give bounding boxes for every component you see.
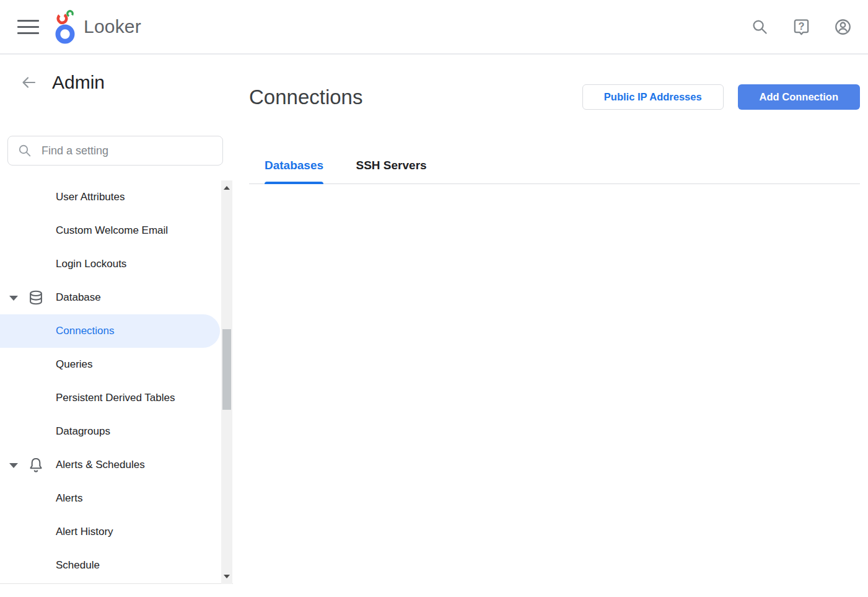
admin-header: Admin — [20, 72, 233, 93]
chevron-down-icon[interactable] — [9, 463, 18, 468]
back-arrow-icon[interactable] — [20, 74, 37, 91]
page-title: Connections — [249, 86, 362, 109]
bell-icon — [27, 456, 45, 474]
scrollbar-thumb[interactable] — [222, 329, 231, 410]
looker-logo[interactable]: Looker — [53, 9, 141, 45]
scroll-down-icon[interactable] — [224, 575, 230, 578]
add-connection-button[interactable]: Add Connection — [738, 84, 860, 110]
help-icon[interactable]: ? — [792, 18, 810, 36]
sidebar-item-queries[interactable]: Queries — [0, 348, 233, 381]
sidebar-item-custom-welcome-email[interactable]: Custom Welcome Email — [0, 214, 233, 247]
product-name: Looker — [84, 16, 141, 37]
sidebar-item-login-lockouts[interactable]: Login Lockouts — [0, 247, 233, 281]
sidebar-section-database[interactable]: Database — [0, 281, 233, 314]
connections-page: Connections Public IP Addresses Add Conn… — [249, 55, 860, 597]
sidebar-item-datagroups[interactable]: Datagroups — [0, 415, 233, 448]
sidebar-item-connections[interactable]: Connections — [0, 314, 220, 348]
tab-databases[interactable]: Databases — [265, 159, 323, 184]
top-bar: Looker ? — [0, 0, 868, 55]
tab-ssh-servers[interactable]: SSH Servers — [356, 159, 427, 184]
find-setting-searchbox[interactable] — [7, 136, 223, 166]
sidebar-item-alerts[interactable]: Alerts — [0, 482, 233, 515]
svg-text:?: ? — [799, 20, 805, 31]
menu-icon[interactable] — [17, 20, 39, 34]
topbar-actions: ? — [751, 18, 852, 36]
scroll-up-icon[interactable] — [224, 186, 230, 190]
sidebar-item-schedule[interactable]: Schedule — [0, 549, 233, 582]
sidebar-item-alert-history[interactable]: Alert History — [0, 515, 233, 549]
sidebar-section-alerts-schedules[interactable]: Alerts & Schedules — [0, 448, 233, 482]
settings-nav: User Attributes Custom Welcome Email Log… — [0, 180, 233, 582]
chevron-down-icon[interactable] — [9, 296, 18, 301]
looker-logo-icon — [53, 9, 79, 45]
admin-sidebar: Admin User Attributes Custom Welcome Ema… — [0, 55, 233, 584]
search-icon — [17, 143, 32, 158]
sidebar-item-user-attributes[interactable]: User Attributes — [0, 180, 233, 214]
page-header: Connections Public IP Addresses Add Conn… — [249, 84, 860, 110]
database-icon — [27, 289, 45, 306]
search-input[interactable] — [42, 144, 213, 157]
sidebar-item-persistent-derived-tables[interactable]: Persistent Derived Tables — [0, 381, 233, 415]
public-ip-addresses-button[interactable]: Public IP Addresses — [582, 84, 724, 110]
account-icon[interactable] — [834, 18, 852, 36]
search-icon[interactable] — [751, 18, 769, 36]
sidebar-scrollbar[interactable] — [221, 180, 232, 584]
connections-tabs: Databases SSH Servers — [249, 159, 860, 184]
sidebar-title: Admin — [52, 72, 105, 93]
